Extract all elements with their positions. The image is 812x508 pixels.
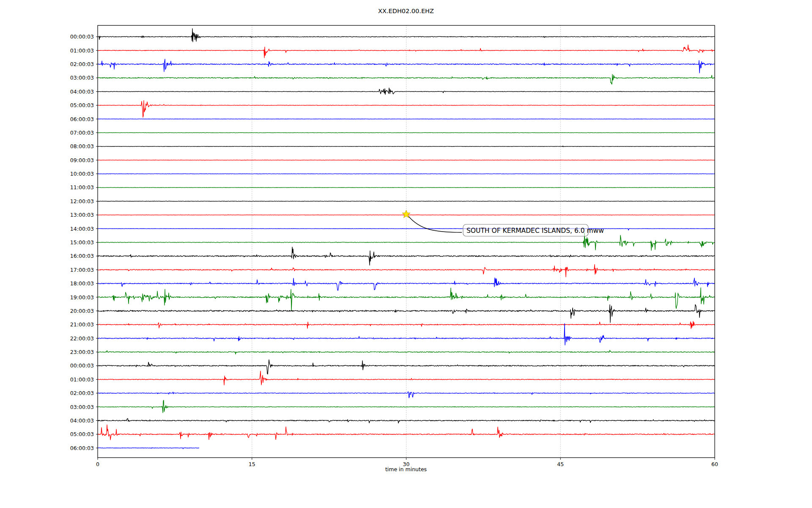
- x-tick-label: 0: [96, 461, 99, 467]
- trace-row-12-00-03: [98, 201, 715, 202]
- trace-row-11-00-03: [98, 188, 715, 188]
- trace-row-05-00-03: [98, 425, 715, 440]
- y-tick-label: 02:00:03: [70, 390, 94, 396]
- trace-row-10-00-03: [98, 174, 715, 174]
- y-tick-label: 04:00:03: [70, 88, 94, 95]
- figure-title: XX.EDH02.00.EHZ: [378, 8, 434, 14]
- trace-row-06-00-03: [98, 447, 199, 449]
- trace-row-09-00-03: [98, 160, 715, 160]
- y-tick-label: 06:00:03: [70, 116, 94, 122]
- y-tick-label: 14:00:03: [70, 226, 94, 232]
- trace-row-04-00-03: [98, 418, 715, 423]
- y-tick-label: 08:00:03: [70, 143, 94, 149]
- y-tick-label: 21:00:03: [70, 321, 94, 328]
- trace-row-21-00-03: [98, 321, 715, 329]
- trace-row-05-00-03: [98, 101, 715, 118]
- y-tick-label: 01:00:03: [70, 47, 94, 54]
- y-tick-label: 20:00:03: [70, 308, 94, 314]
- y-tick-label: 22:00:03: [70, 335, 94, 342]
- y-tick-label: 07:00:03: [70, 130, 94, 136]
- y-tick-label: 12:00:03: [70, 198, 94, 204]
- y-tick-label: 11:00:03: [70, 184, 94, 190]
- y-tick-label: 17:00:03: [70, 267, 94, 273]
- y-tick-label: 05:00:03: [70, 431, 94, 437]
- trace-row-06-00-03: [98, 119, 715, 119]
- x-tick-label: 15: [249, 461, 255, 467]
- event-annotation: SOUTH OF KERMADEC ISLANDS, 6.0 mww: [402, 210, 604, 236]
- y-tick-label: 02:00:03: [70, 61, 94, 67]
- y-tick-label: 00:00:03: [70, 33, 94, 40]
- trace-row-07-00-03: [98, 133, 715, 133]
- y-tick-label: 16:00:03: [70, 253, 94, 259]
- y-tick-label: 09:00:03: [70, 157, 94, 163]
- y-tick-label: 03:00:03: [70, 75, 94, 81]
- trace-row-04-00-03: [98, 88, 715, 95]
- y-tick-label: 15:00:03: [70, 239, 94, 246]
- y-tick-label: 06:00:03: [70, 445, 94, 451]
- dayplot-canvas: 00:00:0301:00:0302:00:0303:00:0304:00:03…: [0, 0, 812, 508]
- trace-row-16-00-03: [98, 247, 715, 265]
- y-tick-label: 19:00:03: [70, 294, 94, 301]
- y-tick-label: 04:00:03: [70, 417, 94, 424]
- y-tick-label: 03:00:03: [70, 404, 94, 410]
- x-axis-label: time in minutes: [385, 466, 427, 472]
- y-tick-label: 10:00:03: [70, 171, 94, 177]
- y-tick-label: 18:00:03: [70, 280, 94, 287]
- annotation-leader-line: [409, 216, 462, 232]
- y-tick-label: 13:00:03: [70, 212, 94, 218]
- y-tick-label: 01:00:03: [70, 376, 94, 383]
- y-tick-label: 23:00:03: [70, 349, 94, 355]
- x-tick-label: 45: [557, 461, 564, 467]
- x-tick-label: 60: [711, 461, 718, 467]
- annotation-label: SOUTH OF KERMADEC ISLANDS, 6.0 mww: [466, 227, 604, 235]
- y-tick-label: 05:00:03: [70, 102, 94, 108]
- seismogram-figure: 00:00:0301:00:0302:00:0303:00:0304:00:03…: [0, 0, 812, 508]
- y-tick-label: 00:00:03: [70, 362, 94, 369]
